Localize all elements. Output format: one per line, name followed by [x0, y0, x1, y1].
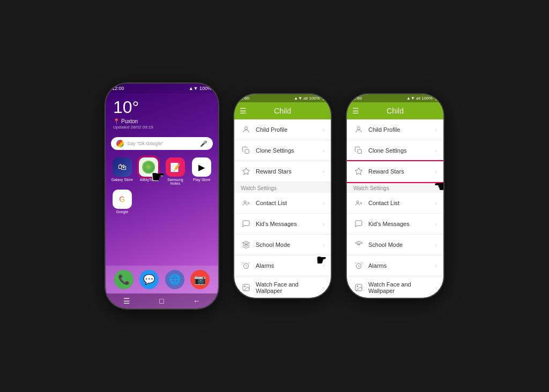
section-watch-settings-3: Watch Settings: [347, 182, 443, 193]
clone-settings-text-2: Clone Settings: [256, 147, 323, 154]
chevron-3-2: ›: [435, 148, 437, 154]
galaxy-store-icon: 🛍: [113, 157, 132, 177]
wallpaper-icon-2: [241, 282, 251, 293]
menu-reward-stars-3[interactable]: Reward Stars ›: [347, 161, 443, 182]
google-icon: G: [113, 190, 132, 209]
menu-kids-messages-2[interactable]: Kid's Messages ›: [234, 214, 331, 235]
signal-3: ▲▼ all 100% 🔋: [406, 96, 439, 101]
app-header-3: ☰ Child: [347, 102, 443, 119]
galaxy-store-label: Galaxy Store: [112, 178, 133, 182]
home-location: 📍 Puxton: [113, 118, 211, 124]
menu-school-mode-2[interactable]: School Mode ›: [234, 235, 331, 255]
kids-messages-text-3: Kid's Messages: [368, 221, 435, 227]
menu-clone-settings-3[interactable]: Clone Settings ›: [347, 140, 443, 161]
child-profile-text-3: Child Profile: [368, 126, 435, 133]
menu-alarms-3[interactable]: Alarms ›: [347, 255, 443, 276]
person-icon-3: [353, 124, 364, 135]
play-store-icon: ▶: [192, 157, 211, 177]
chevron-3-5: ›: [435, 221, 437, 227]
chevron-2-8: ›: [323, 285, 324, 291]
app-header-2: ☰ Child: [234, 102, 331, 119]
menu-reward-stars-2[interactable]: Reward Stars ›: [234, 161, 331, 182]
message-icon-2: [241, 218, 251, 229]
menu-clone-settings-2[interactable]: Clone Settings ›: [234, 140, 331, 161]
person-icon-2: [241, 124, 251, 135]
svg-rect-10: [358, 149, 361, 153]
contacts-icon-3: [353, 198, 364, 208]
school-icon-3: [353, 239, 364, 250]
status-bar-1: 12:00 ▲▼ 100%: [106, 84, 218, 93]
allmytribe-label: AllMyTribe: [140, 178, 158, 182]
clone-icon-2: [241, 145, 251, 156]
menu-watch-face-3[interactable]: Watch Face and Wallpaper ›: [347, 276, 443, 298]
dock-browser[interactable]: 🌐: [165, 270, 184, 289]
menu-list-2: Child Profile › Clone Settings › Rew: [234, 119, 331, 298]
menu-kids-messages-3[interactable]: Kid's Messages ›: [347, 214, 443, 235]
contact-list-text-3: Contact List: [368, 200, 435, 206]
alarm-icon-3: [353, 260, 364, 271]
google-g-icon: [116, 140, 124, 147]
reward-stars-text-3: Reward Stars: [368, 168, 435, 175]
chevron-3-3: ›: [435, 169, 437, 175]
hamburger-icon-3[interactable]: ☰: [352, 107, 359, 115]
menu-watch-face-2[interactable]: Watch Face and Wallpaper ›: [234, 276, 331, 298]
dock-phone[interactable]: 📞: [114, 270, 133, 289]
phone-3: 12:60 ▲▼ all 100% 🔋 ☰ Child Child Profil…: [347, 94, 443, 298]
menu-child-profile-2[interactable]: Child Profile ›: [234, 119, 331, 140]
phone-1: 12:00 ▲▼ 100% 10° 📍 Puxton Updated 28/02…: [106, 84, 218, 308]
wallpaper-icon-3: [353, 282, 364, 293]
svg-point-16: [357, 286, 358, 287]
dock-messages[interactable]: 💬: [139, 270, 159, 289]
contact-list-text-2: Contact List: [256, 200, 323, 206]
menu-school-mode-3[interactable]: School Mode ›: [347, 235, 443, 255]
hamburger-icon-2[interactable]: ☰: [240, 107, 247, 115]
chevron-2-1: ›: [323, 127, 324, 133]
chevron-2-2: ›: [323, 148, 324, 154]
svg-point-12: [357, 201, 359, 203]
alarm-icon-2: [241, 260, 251, 271]
clone-icon-3: [353, 145, 364, 156]
play-store-label: Play Store: [193, 178, 210, 182]
app-google[interactable]: G Google: [111, 190, 133, 214]
star-icon-3: [353, 166, 364, 177]
menu-contact-list-2[interactable]: Contact List ›: [234, 193, 331, 214]
chevron-3-1: ›: [435, 127, 437, 133]
star-icon-2: [241, 166, 251, 177]
home-updated: Updated 28/02 09:19: [113, 125, 211, 130]
nav-recent-icon[interactable]: ☰: [123, 297, 130, 305]
google-label: Google: [116, 210, 128, 214]
svg-point-8: [244, 286, 246, 287]
google-search-bar[interactable]: Say "Ok Google" 🎤: [111, 137, 213, 150]
app-samsung-notes[interactable]: 📝 Samsung Notes: [164, 157, 187, 185]
kids-messages-text-2: Kid's Messages: [256, 221, 323, 227]
chevron-2-7: ›: [323, 263, 324, 269]
menu-list-3: Child Profile › Clone Settings › Rew: [347, 119, 443, 298]
nav-back-icon[interactable]: ←: [193, 297, 201, 305]
menu-alarms-2[interactable]: Alarms ›: [234, 255, 331, 276]
svg-marker-11: [355, 168, 362, 175]
chevron-3-7: ›: [435, 263, 437, 269]
nav-bar-home: ☰ □ ←: [106, 293, 218, 308]
home-widgets: 10° 📍 Puxton Updated 28/02 09:19: [106, 93, 218, 134]
menu-child-profile-3[interactable]: Child Profile ›: [347, 119, 443, 140]
app-galaxy-store[interactable]: 🛍 Galaxy Store: [111, 157, 133, 185]
watch-face-text-2: Watch Face and Wallpaper: [256, 281, 323, 294]
app-play-store[interactable]: ▶ Play Store: [191, 157, 213, 185]
message-icon-3: [353, 218, 364, 229]
bottom-dock: 📞 💬 🌐 📷: [106, 266, 218, 293]
status-bar-3: 12:60 ▲▼ all 100% 🔋: [347, 94, 443, 102]
app-title-2: Child: [274, 107, 291, 115]
section-watch-settings-2: Watch Settings: [234, 182, 331, 193]
watch-face-text-3: Watch Face and Wallpaper: [368, 281, 435, 294]
menu-contact-list-3[interactable]: Contact List ›: [347, 193, 443, 214]
location-pin-icon: 📍: [113, 118, 120, 124]
chevron-2-3: ›: [323, 169, 324, 175]
app-allmytribe[interactable]: AllMyTribe: [138, 157, 160, 185]
time-2: 12:60: [239, 96, 249, 101]
alarms-text-2: Alarms: [256, 262, 323, 269]
dock-camera[interactable]: 📷: [190, 270, 210, 289]
chevron-2-6: ›: [323, 242, 324, 248]
home-temperature: 10°: [113, 97, 211, 117]
nav-home-icon[interactable]: □: [159, 297, 164, 305]
svg-point-1: [244, 127, 247, 130]
